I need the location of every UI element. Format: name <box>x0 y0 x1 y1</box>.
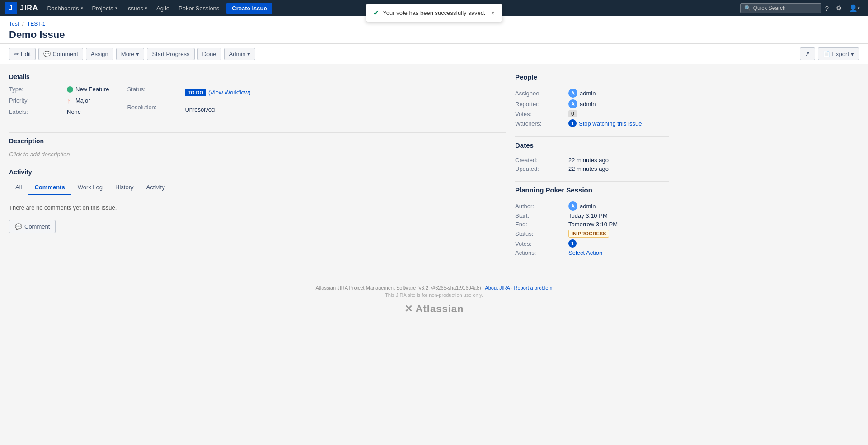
nav-agile[interactable]: Agile <box>152 0 174 16</box>
reporter-value: A admin <box>568 99 669 108</box>
view-workflow-link[interactable]: (View Workflow) <box>208 88 250 97</box>
toast-close-button[interactable]: × <box>491 9 494 17</box>
left-panel: Details Type: + New Feature Priority: ↑ … <box>9 73 506 265</box>
dates-section: Dates Created: 22 minutes ago Updated: 2… <box>515 141 669 172</box>
reporter-label: Reporter: <box>515 101 565 108</box>
add-comment-button[interactable]: 💬 Comment <box>9 220 56 233</box>
footer-atlassian-logo: ✕ Atlassian <box>5 303 863 315</box>
no-comments-text: There are no comments yet on this issue. <box>9 201 506 215</box>
poker-author-row: Author: A admin <box>515 201 669 211</box>
assignee-avatar: A <box>568 89 577 98</box>
settings-icon[interactable]: ⚙ <box>832 0 845 16</box>
created-label: Created: <box>515 157 565 164</box>
activity-tabs: All Comments Work Log History Activity <box>9 180 506 195</box>
nav-dashboards[interactable]: Dashboards ▾ <box>42 0 87 16</box>
tab-work-log[interactable]: Work Log <box>71 180 109 195</box>
tab-activity[interactable]: Activity <box>140 180 171 195</box>
comment-icon: 💬 <box>43 51 51 57</box>
share-button[interactable]: ↗ <box>800 47 815 60</box>
reporter-row: Reporter: A admin <box>515 99 669 108</box>
priority-value: ↑ Major <box>67 96 109 105</box>
create-issue-button[interactable]: Create issue <box>226 3 272 14</box>
footer: Atlassian JIRA Project Management Softwa… <box>0 274 868 326</box>
user-menu[interactable]: 👤 ▾ <box>845 0 863 16</box>
created-row: Created: 22 minutes ago <box>515 157 669 164</box>
main-content: Details Type: + New Feature Priority: ↑ … <box>0 64 678 274</box>
description-title: Description <box>9 137 506 145</box>
resolution-value: Unresolved <box>185 103 250 117</box>
votes-row: Votes: 0 <box>515 110 669 117</box>
footer-version: Atlassian JIRA Project Management Softwa… <box>5 285 863 290</box>
votes-badge: 0 <box>568 110 577 117</box>
page-title: Demo Issue <box>9 29 859 41</box>
jira-logo[interactable]: J JIRA <box>5 2 38 14</box>
poker-start-row: Start: Today 3:10 PM <box>515 212 669 219</box>
priority-label: Priority: <box>9 96 63 105</box>
more-arrow-icon: ▾ <box>136 51 139 57</box>
breadcrumb-issue-link[interactable]: TEST-1 <box>27 21 46 27</box>
assign-button[interactable]: Assign <box>86 48 113 60</box>
created-value: 22 minutes ago <box>568 157 669 164</box>
more-button[interactable]: More ▾ <box>116 48 145 60</box>
search-box[interactable]: 🔍 Quick Search <box>740 3 821 13</box>
watchers-label: Watchers: <box>515 120 565 127</box>
type-label: Type: <box>9 85 63 94</box>
description-placeholder[interactable]: Click to add description <box>9 149 506 159</box>
assignee-row: Assignee: A admin <box>515 89 669 98</box>
poker-actions-value: Select Action <box>568 249 669 256</box>
export-arrow-icon: ▾ <box>851 51 854 57</box>
reporter-avatar: A <box>568 99 577 108</box>
comment-button[interactable]: 💬 Comment <box>38 48 83 60</box>
poker-author-label: Author: <box>515 203 565 210</box>
votes-label: Votes: <box>515 111 565 117</box>
share-icon: ↗ <box>805 50 810 57</box>
details-left-grid: Type: + New Feature Priority: ↑ Major La… <box>9 85 109 116</box>
poker-start-value: Today 3:10 PM <box>568 212 669 219</box>
poker-status-label: Status: <box>515 230 565 237</box>
votes-value: 0 <box>568 110 669 117</box>
select-action-link[interactable]: Select Action <box>568 249 602 256</box>
start-progress-button[interactable]: Start Progress <box>147 48 194 60</box>
poker-votes-label: Votes: <box>515 240 565 247</box>
breadcrumb-separator: / <box>22 21 23 27</box>
nav-projects[interactable]: Projects ▾ <box>88 0 122 16</box>
admin-button[interactable]: Admin ▾ <box>224 48 256 60</box>
atlassian-logo-icon: ✕ <box>404 303 413 314</box>
export-button[interactable]: 📄 Export ▾ <box>818 47 859 60</box>
poker-end-label: End: <box>515 221 565 228</box>
poker-section: Planning Poker Session Author: A admin S… <box>515 186 669 256</box>
watchers-badge: 1 <box>568 119 577 127</box>
watchers-value: 1 Stop watching this issue <box>568 119 669 127</box>
search-icon: 🔍 <box>744 5 751 11</box>
edit-icon: ✏ <box>14 51 19 57</box>
stop-watching-link[interactable]: Stop watching this issue <box>579 120 642 127</box>
resolution-label: Resolution: <box>127 103 181 117</box>
tab-comments[interactable]: Comments <box>28 180 71 195</box>
edit-button[interactable]: ✏ Edit <box>9 48 36 60</box>
tab-history[interactable]: History <box>109 180 140 195</box>
nav-poker-sessions[interactable]: Poker Sessions <box>174 0 224 16</box>
people-section: People Assignee: A admin Reporter: A adm… <box>515 73 669 127</box>
major-priority-icon: ↑ <box>67 98 73 104</box>
labels-value: None <box>67 108 109 116</box>
nav-issues[interactable]: Issues ▾ <box>122 0 152 16</box>
report-problem-link[interactable]: Report a problem <box>514 285 553 290</box>
poker-votes-row: Votes: 1 <box>515 239 669 248</box>
details-title: Details <box>9 73 506 80</box>
activity-title: Activity <box>9 169 506 176</box>
done-button[interactable]: Done <box>197 48 221 60</box>
poker-votes-value: 1 <box>568 239 669 248</box>
tab-all[interactable]: All <box>9 180 28 195</box>
details-right-grid: Status: TO DO (View Workflow) Resolution… <box>127 85 250 116</box>
type-value: + New Feature <box>67 85 109 94</box>
about-jira-link[interactable]: About JIRA <box>485 285 510 290</box>
poker-end-row: End: Tomorrow 3:10 PM <box>515 221 669 228</box>
poker-status-badge: IN PROGRESS <box>568 230 609 238</box>
toast-check-icon: ✔ <box>373 9 379 17</box>
poker-author-avatar: A <box>568 201 577 211</box>
breadcrumb-project-link[interactable]: Test <box>9 21 19 27</box>
help-icon[interactable]: ? <box>821 0 832 16</box>
dashboards-arrow-icon: ▾ <box>81 6 83 10</box>
updated-value: 22 minutes ago <box>568 165 669 172</box>
poker-title: Planning Poker Session <box>515 186 669 197</box>
